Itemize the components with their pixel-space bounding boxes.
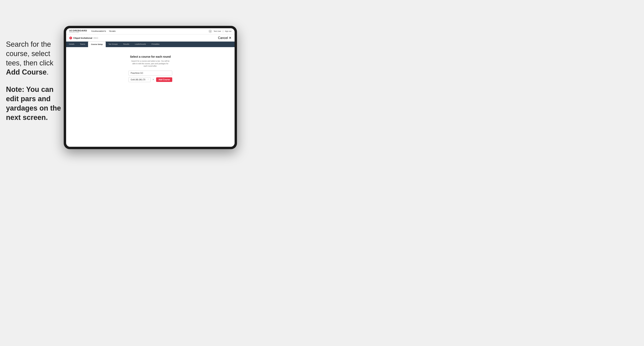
tab-details[interactable]: Details (66, 41, 77, 47)
cancel-button[interactable]: Cancel ✕ (218, 36, 232, 40)
tab-bar: Details Teams Course Setup Tee Groups Re… (66, 41, 234, 47)
section-description: Search for a course and select a tee. Yo… (130, 60, 170, 67)
tournament-name: Clippd Invitational (73, 37, 92, 39)
logo: SCOREBOARD Powered by clippd (69, 30, 87, 33)
tab-tee-groups[interactable]: Tee Groups (106, 41, 121, 47)
sign-out-link[interactable]: Sign out (225, 30, 232, 32)
cancel-label: Cancel (218, 36, 228, 40)
top-navigation: SCOREBOARD Powered by clippd TOURNAMENTS… (66, 28, 234, 34)
user-label: Test User (214, 30, 221, 32)
add-course-button[interactable]: Add Course (156, 77, 172, 82)
user-avatar: U (208, 29, 212, 33)
tablet-device: SCOREBOARD Powered by clippd TOURNAMENTS… (64, 26, 237, 149)
logo-subtitle: Powered by clippd (69, 32, 87, 33)
tab-leaderboards[interactable]: Leaderboards (132, 41, 149, 47)
tee-clear-button[interactable]: ✕ (152, 79, 154, 81)
nav-left: SCOREBOARD Powered by clippd TOURNAMENTS… (69, 30, 116, 33)
nav-link-tournaments[interactable]: TOURNAMENTS (91, 30, 106, 32)
annotation-bold: Add Course (6, 68, 46, 76)
annotation-note: Note: You can edit pars and yardages on … (6, 85, 64, 122)
course-search-input[interactable] (128, 71, 172, 76)
tab-printables[interactable]: Printables (149, 41, 162, 47)
annotation-block: Search for the course, select tees, then… (6, 40, 64, 130)
separator: | (223, 30, 223, 32)
tee-select-wrapper: Gold (M) (M) (7010 yds) Blue (M) (M) (68… (128, 77, 150, 82)
clippd-icon: C (69, 37, 72, 39)
nav-link-teams[interactable]: TEAMS (109, 30, 116, 32)
tablet-screen: SCOREBOARD Powered by clippd TOURNAMENTS… (66, 28, 234, 147)
tab-teams[interactable]: Teams (77, 41, 88, 47)
tee-select[interactable]: Gold (M) (M) (7010 yds) Blue (M) (M) (68… (128, 77, 150, 82)
section-title: Select a course for each round (130, 55, 171, 58)
nav-links: TOURNAMENTS TEAMS (91, 30, 116, 32)
tournament-header: C Clippd Invitational (Men) Cancel ✕ (66, 34, 234, 41)
tournament-tag: (Men) (94, 37, 98, 39)
tab-results[interactable]: Results (120, 41, 132, 47)
tab-course-setup[interactable]: Course Setup (88, 41, 106, 47)
logo-title: SCOREBOARD (69, 30, 87, 32)
close-icon: ✕ (229, 36, 232, 40)
tee-select-row: Gold (M) (M) (7010 yds) Blue (M) (M) (68… (128, 77, 172, 82)
nav-right: U Test User | Sign out (208, 29, 232, 33)
tournament-title-area: C Clippd Invitational (Men) (69, 37, 98, 39)
main-content: Select a course for each round Search fo… (66, 47, 234, 147)
annotation-line1: Search for the course, select tees, then… (6, 40, 64, 77)
